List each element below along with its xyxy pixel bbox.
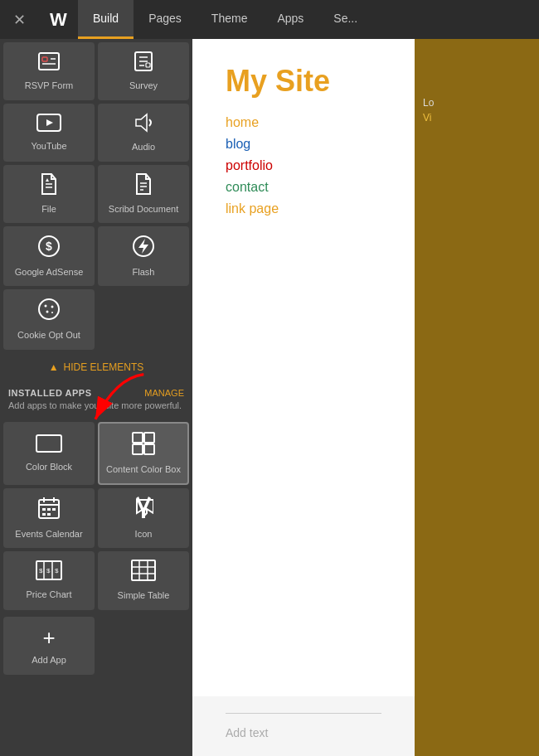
svg-rect-28 [36, 435, 61, 452]
nav-link-home[interactable]: home [226, 115, 381, 130]
svg-text:$: $ [46, 567, 51, 574]
svg-rect-41 [47, 513, 51, 516]
events-calendar-icon [37, 497, 61, 525]
top-nav: ✕ W Build Pages Theme Apps Se... [0, 0, 539, 39]
file-label: File [41, 204, 56, 215]
logo: W [39, 0, 78, 39]
sidebar-item-youtube[interactable]: YouTube [3, 104, 95, 162]
sidebar-item-rsvp-form[interactable]: RSVP Form [3, 42, 95, 100]
right-panel-link[interactable]: Vi [423, 112, 431, 124]
svg-rect-1 [42, 57, 47, 61]
svg-rect-31 [133, 444, 143, 454]
sidebar-item-simple-table[interactable]: Simple Table [98, 551, 189, 609]
sidebar-item-color-block[interactable]: Color Block [3, 422, 95, 485]
scribd-icon [134, 173, 153, 200]
rsvp-form-icon [37, 51, 61, 76]
add-app-section: + Add App [0, 613, 192, 678]
site-nav: home blog portfolio contact link page [226, 115, 381, 216]
add-app-button[interactable]: + Add App [3, 617, 95, 675]
installed-apps-desc: Add apps to make your site more powerful… [0, 400, 192, 419]
svg-rect-39 [52, 508, 56, 511]
hide-elements-arrow-icon: ▲ [49, 361, 59, 373]
price-chart-icon: $ $ $ [36, 560, 62, 585]
main-area: RSVP Form Survey [0, 39, 539, 756]
icon-icon [134, 497, 153, 525]
right-panel-label: Lo [423, 97, 434, 109]
preview-site: My Site home blog portfolio contact link… [192, 39, 415, 696]
svg-rect-38 [47, 508, 51, 511]
icon-label: Icon [135, 529, 153, 540]
adsense-icon: $ [37, 235, 61, 263]
sidebar-item-flash[interactable]: Flash [98, 226, 189, 286]
sidebar-item-scribd[interactable]: Scribd Document [98, 165, 189, 223]
svg-rect-37 [42, 508, 46, 511]
close-button[interactable]: ✕ [0, 0, 39, 39]
survey-icon [133, 51, 154, 76]
cookie-icon [37, 298, 61, 326]
tab-apps[interactable]: Apps [262, 0, 318, 39]
close-icon: ✕ [13, 11, 26, 29]
svg-rect-8 [146, 63, 150, 67]
sidebar-item-events-calendar[interactable]: Events Calendar [3, 488, 95, 548]
svg-marker-11 [136, 114, 147, 131]
svg-text:$: $ [46, 240, 52, 253]
cookie-label: Cookie Opt Out [17, 330, 80, 341]
sidebar: RSVP Form Survey [0, 39, 192, 756]
svg-point-24 [51, 306, 54, 308]
youtube-icon [36, 114, 61, 137]
svg-point-26 [51, 312, 53, 313]
preview-area: My Site home blog portfolio contact link… [192, 39, 415, 756]
rsvp-form-label: RSVP Form [25, 80, 73, 91]
sidebar-item-survey[interactable]: Survey [98, 42, 189, 100]
content-color-box-label: Content Color Box [106, 464, 181, 475]
youtube-label: YouTube [31, 141, 66, 152]
flash-icon [132, 235, 155, 263]
audio-label: Audio [132, 142, 155, 153]
adsense-label: Google AdSense [15, 267, 84, 278]
color-block-icon [36, 434, 62, 458]
scribd-label: Scribd Document [109, 204, 178, 215]
hide-elements-bar[interactable]: ▲ HIDE ELEMENTS [0, 353, 192, 381]
hide-elements-label: HIDE ELEMENTS [64, 361, 144, 373]
tab-theme[interactable]: Theme [197, 0, 263, 39]
price-chart-label: Price Chart [26, 589, 71, 600]
right-panel: Lo Vi [415, 39, 539, 756]
sidebar-item-file[interactable]: File [3, 165, 95, 223]
svg-text:$: $ [55, 567, 59, 574]
sidebar-item-adsense[interactable]: $ Google AdSense [3, 226, 95, 286]
nav-link-blog[interactable]: blog [226, 137, 381, 152]
svg-rect-48 [132, 560, 155, 580]
manage-link[interactable]: MANAGE [144, 388, 184, 398]
svg-rect-40 [42, 513, 46, 516]
installed-apps-header: INSTALLED APPS MANAGE [0, 381, 192, 400]
add-text-placeholder[interactable]: Add text [226, 726, 381, 739]
tab-build[interactable]: Build [78, 0, 134, 39]
nav-tabs: Build Pages Theme Apps Se... [78, 0, 539, 39]
survey-label: Survey [129, 80, 158, 91]
svg-rect-30 [144, 433, 154, 443]
logo-text: W [50, 9, 67, 31]
sidebar-item-icon[interactable]: Icon [98, 488, 189, 548]
add-app-icon: + [42, 625, 55, 651]
simple-table-label: Simple Table [118, 590, 170, 601]
sidebar-item-content-color-box[interactable]: Content Color Box [98, 422, 189, 485]
svg-rect-32 [144, 444, 154, 454]
svg-marker-10 [46, 119, 53, 126]
color-block-label: Color Block [26, 462, 72, 472]
tab-se[interactable]: Se... [318, 0, 372, 39]
sidebar-item-audio[interactable]: Audio [98, 104, 189, 162]
svg-text:$: $ [39, 567, 43, 574]
flash-label: Flash [133, 267, 155, 278]
nav-link-contact[interactable]: contact [226, 180, 381, 195]
events-calendar-label: Events Calendar [15, 529, 82, 540]
apps-grid: Color Block Content Color Box [0, 419, 192, 613]
sidebar-item-cookie[interactable]: Cookie Opt Out [3, 289, 95, 349]
site-title: My Site [226, 64, 381, 99]
svg-point-22 [39, 299, 59, 319]
tab-pages[interactable]: Pages [134, 0, 197, 39]
nav-link-portfolio[interactable]: portfolio [226, 158, 381, 173]
sidebar-item-price-chart[interactable]: $ $ $ Price Chart [3, 551, 95, 609]
elements-grid: RSVP Form Survey [0, 39, 192, 353]
installed-apps-title: INSTALLED APPS [8, 388, 92, 398]
nav-link-linkpage[interactable]: link page [226, 201, 381, 216]
